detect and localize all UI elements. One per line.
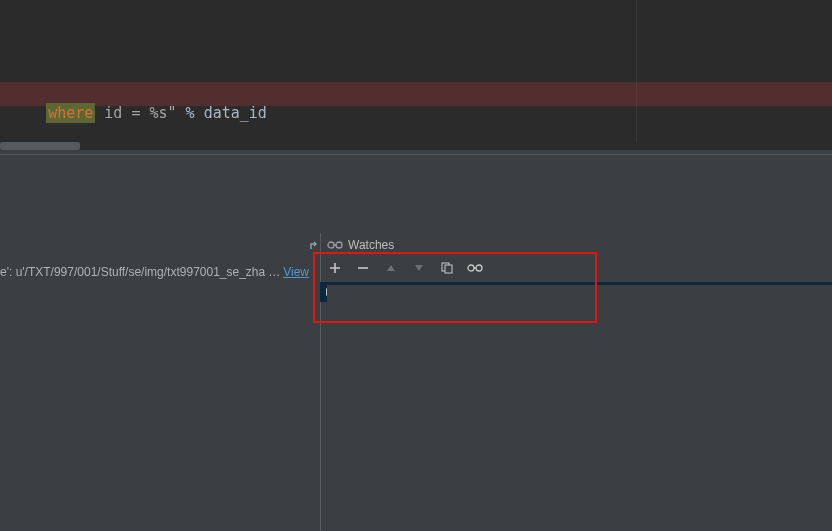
code-operator: % [177,104,204,122]
code-string: id = %s" [95,104,176,122]
watches-header: Watches [310,236,830,254]
variable-ellipsis: … [265,265,283,279]
svg-point-5 [468,265,474,271]
debug-panel-empty-area [327,285,832,531]
editor-horizontal-scrollbar[interactable] [0,142,832,150]
variable-view-link[interactable]: View [283,265,309,279]
svg-point-6 [476,265,482,271]
variables-row[interactable]: e': u'/TXT/997/001/Stuff/se/img/txt99700… [0,264,322,280]
watches-toolbar [326,256,832,280]
watches-move-up-button [382,259,400,277]
debug-panel-body: Watches [0,155,832,531]
code-line: where id = %s" % data_id [10,86,267,140]
code-editor[interactable]: where id = %s" % data_id [0,0,832,146]
svg-point-0 [328,242,334,248]
debug-panel: Watches [0,154,832,531]
glasses-icon [327,240,343,250]
code-keyword: where [46,103,95,123]
watches-add-button[interactable] [326,259,344,277]
watches-copy-button[interactable] [438,259,456,277]
svg-point-1 [336,242,342,248]
watches-remove-button[interactable] [354,259,372,277]
variable-value-text: e': u'/TXT/997/001/Stuff/se/img/txt99700… [0,265,265,279]
watches-move-down-button [410,259,428,277]
svg-rect-4 [445,265,452,273]
watches-title: Watches [348,238,394,252]
watches-restore-icon[interactable] [310,240,322,250]
editor-right-split [636,0,637,146]
watches-glasses-button[interactable] [466,259,484,277]
code-identifier: data_id [204,104,267,122]
editor-scroll-thumb[interactable] [0,142,80,150]
